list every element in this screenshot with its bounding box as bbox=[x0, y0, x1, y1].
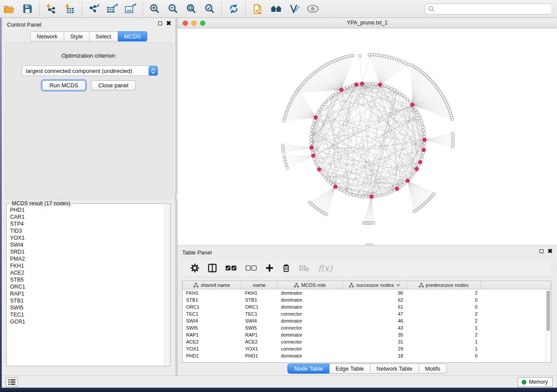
column-header-successor-nodes[interactable]: successor nodes bbox=[343, 281, 407, 289]
table-row[interactable]: PHD1PHD1dominator180 bbox=[183, 352, 545, 359]
function-builder-icon-disabled: f(x) bbox=[318, 263, 332, 273]
cell-MCDS-role: dominator bbox=[277, 317, 343, 324]
tab-select[interactable]: Select bbox=[90, 31, 118, 41]
scrollbar-thumb[interactable] bbox=[547, 291, 550, 331]
result-item[interactable]: CAR1 bbox=[7, 213, 164, 220]
desktop-wallpaper-bottom bbox=[0, 388, 557, 392]
toolbar-separator bbox=[39, 2, 40, 15]
column-header-name[interactable]: name bbox=[242, 281, 277, 289]
result-item[interactable]: STB5 bbox=[7, 276, 164, 283]
export-network-icon[interactable] bbox=[86, 2, 101, 16]
network-graph[interactable] bbox=[177, 28, 557, 244]
search-input[interactable] bbox=[435, 6, 552, 12]
network-window-titlebar[interactable]: YPA_prune.txt_1 bbox=[177, 18, 557, 28]
window-minimize-icon[interactable] bbox=[191, 21, 197, 26]
annotation-icon[interactable] bbox=[287, 2, 302, 16]
table-body[interactable]: FKH1FKH1dominator962STB1STB1dominator620… bbox=[183, 289, 545, 362]
show-columns-icon[interactable] bbox=[208, 264, 217, 272]
zoom-selected-icon[interactable] bbox=[202, 2, 217, 16]
result-item[interactable]: PHD1 bbox=[7, 206, 164, 213]
home-networks-icon[interactable] bbox=[269, 2, 284, 16]
zoom-out-icon[interactable] bbox=[166, 2, 180, 16]
close-panel-icon[interactable]: ✖ bbox=[547, 249, 553, 253]
mcds-result-box: MCDS result (17 nodes) PHD1CAR1STP4TID3Y… bbox=[6, 203, 170, 366]
cell-name: SWI5 bbox=[242, 324, 277, 331]
show-panels-button[interactable] bbox=[6, 377, 18, 387]
tab-network[interactable]: Network bbox=[30, 31, 64, 41]
result-item[interactable]: STP4 bbox=[7, 220, 164, 227]
cell-predecessor-nodes: 1 bbox=[407, 345, 481, 352]
refresh-layout-icon[interactable] bbox=[226, 2, 241, 16]
cell-MCDS-role: connector bbox=[277, 338, 343, 345]
result-item[interactable]: ACE2 bbox=[7, 269, 164, 276]
open-session-icon[interactable] bbox=[2, 2, 17, 16]
table-scrollbar[interactable] bbox=[545, 289, 551, 362]
result-item[interactable]: YOX1 bbox=[7, 234, 164, 241]
memory-button[interactable]: Memory bbox=[518, 377, 553, 387]
mcds-result-list[interactable]: PHD1CAR1STP4TID3YOX1SWI4SRD1PMA2FKH1ACE2… bbox=[7, 206, 164, 365]
tab-style[interactable]: Style bbox=[64, 31, 90, 41]
result-item[interactable]: PMA2 bbox=[7, 255, 164, 262]
status-bar: Memory bbox=[2, 375, 557, 388]
tab-edge-table[interactable]: Edge Table bbox=[329, 364, 370, 374]
column-label: predecessor nodes bbox=[426, 282, 469, 288]
tab-node-table[interactable]: Node Table bbox=[287, 364, 329, 374]
result-item[interactable]: TID3 bbox=[7, 227, 164, 234]
attribute-type-icon bbox=[419, 283, 424, 288]
result-item[interactable]: SWI4 bbox=[7, 241, 164, 248]
select-all-icon[interactable] bbox=[225, 265, 237, 271]
table-row[interactable]: FKH1FKH1dominator962 bbox=[183, 289, 545, 296]
zoom-in-icon[interactable] bbox=[147, 2, 162, 16]
table-row[interactable]: YOX1YOX1connector291 bbox=[183, 345, 545, 352]
hide-show-icon[interactable] bbox=[305, 2, 320, 16]
import-table-icon[interactable] bbox=[62, 2, 77, 16]
result-item[interactable]: ORC1 bbox=[7, 283, 164, 290]
export-table-icon[interactable] bbox=[105, 2, 120, 16]
result-item[interactable]: TEC1 bbox=[7, 311, 164, 318]
sort-desc-icon bbox=[396, 284, 400, 286]
table-row[interactable]: ORC1ORC1dominator610 bbox=[183, 303, 545, 310]
network-canvas[interactable] bbox=[177, 28, 557, 244]
tab-mcds[interactable]: MCDS bbox=[118, 31, 147, 41]
column-header-MCDS-role[interactable]: MCDS role bbox=[277, 281, 343, 289]
window-close-icon[interactable] bbox=[183, 21, 188, 26]
tab-motifs[interactable]: Motifs bbox=[419, 364, 447, 374]
result-item[interactable]: STB1 bbox=[7, 297, 164, 304]
table-row[interactable]: ACE2ACE2connector311 bbox=[183, 338, 545, 345]
window-maximize-icon[interactable] bbox=[200, 21, 205, 26]
result-item[interactable]: FKH1 bbox=[7, 262, 164, 269]
tab-network-table[interactable]: Network Table bbox=[370, 364, 419, 374]
import-network-icon[interactable] bbox=[44, 2, 59, 16]
result-item[interactable]: RAP1 bbox=[7, 290, 164, 297]
result-item[interactable]: GCR1 bbox=[7, 318, 164, 325]
toolbar-separator bbox=[221, 2, 222, 15]
table-row[interactable]: STB1STB1dominator620 bbox=[183, 296, 545, 303]
close-panel-icon[interactable]: ✖ bbox=[166, 21, 171, 25]
add-column-icon[interactable] bbox=[266, 264, 273, 272]
cell-shared-name: SWI4 bbox=[183, 317, 242, 324]
export-image-icon[interactable] bbox=[123, 2, 138, 16]
close-panel-button[interactable]: Close panel bbox=[91, 80, 136, 90]
column-header-shared-name[interactable]: shared name bbox=[183, 281, 242, 289]
run-mcds-button[interactable]: Run MCDS bbox=[42, 80, 86, 90]
criterion-dropdown[interactable]: largest connected component (undirected) bbox=[22, 65, 158, 76]
deselect-all-icon[interactable] bbox=[246, 265, 257, 271]
zoom-fit-icon[interactable] bbox=[184, 2, 199, 16]
result-item[interactable]: SRD1 bbox=[7, 248, 164, 255]
float-panel-icon[interactable] bbox=[540, 249, 543, 253]
column-header-predecessor-nodes[interactable]: predecessor nodes bbox=[407, 281, 481, 289]
search-field[interactable] bbox=[425, 3, 552, 14]
result-item[interactable]: SWI5 bbox=[7, 304, 164, 311]
table-row[interactable]: RAP1RAP1dominator352 bbox=[183, 331, 545, 338]
cell-name: PHD1 bbox=[242, 352, 277, 359]
table-settings-gear-icon[interactable] bbox=[190, 264, 199, 272]
cell-name: ACE2 bbox=[242, 338, 277, 345]
share-document-icon[interactable] bbox=[250, 2, 265, 16]
float-panel-icon[interactable] bbox=[158, 21, 162, 25]
save-session-icon[interactable] bbox=[20, 2, 35, 16]
table-row[interactable]: SWI5SWI5connector431 bbox=[183, 324, 545, 331]
table-row[interactable]: SWI4SWI4dominator462 bbox=[183, 317, 545, 324]
table-row[interactable]: TEC1TEC1connector472 bbox=[183, 310, 545, 317]
delete-column-icon[interactable] bbox=[282, 264, 290, 272]
result-scrollbar[interactable] bbox=[164, 204, 170, 365]
